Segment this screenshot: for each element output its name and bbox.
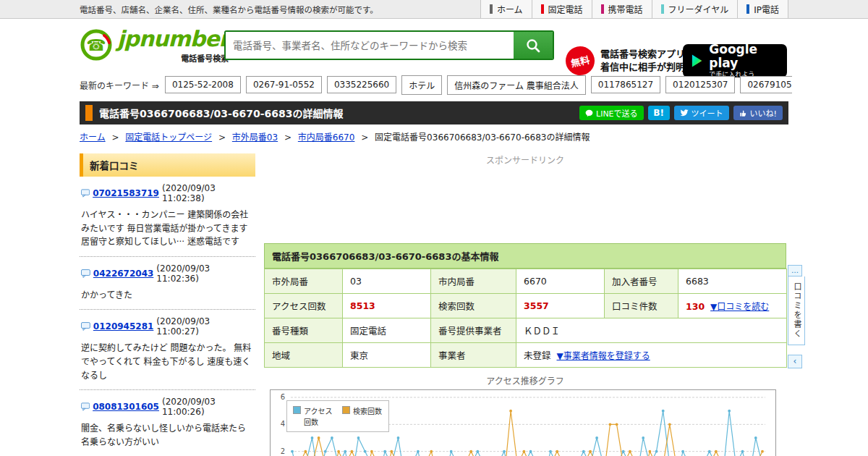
search-box xyxy=(224,30,554,60)
main-content: スポンサードリンク 電話番号0366706683/03-6670-6683の基本… xyxy=(264,153,786,456)
legend-label-search: 検索回数 xyxy=(353,405,382,416)
table-row: 番号種類 固定電話 番号提供事業者 ＫＤＤＩ xyxy=(265,318,787,343)
hatena-label: B! xyxy=(653,108,664,118)
nav-item-tollfree[interactable]: フリーダイヤル xyxy=(652,0,738,18)
nav-item-ipphone[interactable]: IP電話 xyxy=(737,0,788,18)
review-head: 07021583719(2020/09/03 11:02:38) xyxy=(81,183,254,203)
keyword-link[interactable]: 0117865127 xyxy=(591,76,660,93)
google-play-name: Google play xyxy=(709,43,778,69)
nav-item-mobile[interactable]: 携帯電話 xyxy=(592,0,652,18)
keyword-link[interactable]: 0267-91-0552 xyxy=(246,76,322,93)
site-header: ☎ jpnumber 電話番号検索 無料 電話番号検索アプリ 着信中に相手が判明 xyxy=(0,20,868,72)
social-buttons: LINEで送る B! ツイート いいね! xyxy=(579,106,783,120)
google-play-badge[interactable]: Google play で手に入れよう xyxy=(683,44,787,77)
value-search-count: 3557 xyxy=(524,300,549,311)
review-phone-link[interactable]: 0120945281 xyxy=(93,321,154,332)
value-number-type: 固定電話 xyxy=(343,318,431,343)
nav-marker-ipphone xyxy=(746,4,749,14)
review-phone-link[interactable]: 0422672043 xyxy=(93,269,154,279)
basic-info-table: 市外局番 03 市内局番 6670 加入者番号 6683 アクセス回数 8513… xyxy=(264,269,787,368)
nav-marker-tollfree xyxy=(661,4,664,14)
label-review-count: 口コミ件数 xyxy=(605,294,678,318)
value-area-code: 03 xyxy=(343,269,431,294)
title-accent-mark xyxy=(85,105,93,121)
search-button[interactable] xyxy=(514,32,553,59)
search-input[interactable] xyxy=(226,32,514,59)
breadcrumb-landline-top[interactable]: 固定電話トップページ xyxy=(125,132,212,143)
nav-label-home: ホーム xyxy=(497,3,523,15)
register-business-link[interactable]: ▼事業者情報を登録する xyxy=(557,351,650,361)
keyword-link[interactable]: 0125-52-2008 xyxy=(165,76,241,93)
table-row: アクセス回数 8513 検索回数 3557 口コミ件数 130 ▼口コミを読む xyxy=(265,294,787,318)
tweet-button[interactable]: ツイート xyxy=(674,106,729,120)
nav-label-ipphone: IP電話 xyxy=(754,3,779,15)
label-area-code: 市外局番 xyxy=(265,269,343,294)
keyword-link[interactable]: 信州森のファーム 農事組合法人 xyxy=(447,75,585,95)
review-phone-link[interactable]: 08081301605 xyxy=(93,402,159,412)
chart-y-tick: 6 xyxy=(273,393,285,401)
read-reviews-link[interactable]: ▼口コミを読む xyxy=(710,302,769,312)
legend-swatch-search xyxy=(342,406,350,414)
breadcrumb: ホーム > 固定電話トップページ > 市外局番03 > 市内局番6670 > 固… xyxy=(80,130,792,143)
value-region: 東京 xyxy=(343,343,431,368)
basic-info-header: 電話番号0366706683/03-6670-6683の基本情報 xyxy=(264,243,786,269)
chart-y-tick: 2 xyxy=(273,447,285,455)
review-body: かかってきた xyxy=(81,289,254,303)
collapse-chevron-icon[interactable]: ‹ xyxy=(788,355,802,368)
sponsored-label: スポンサードリンク xyxy=(264,153,786,166)
review-time: (2020/09/03 11:00:27) xyxy=(156,316,254,337)
review-item: 08081301605(2020/09/03 11:00:26) 闇金、名乗らな… xyxy=(80,390,255,456)
breadcrumb-city-code[interactable]: 市内局番6670 xyxy=(298,132,355,143)
value-city-code: 6670 xyxy=(516,269,605,294)
app-promo-line2: 着信中に相手が判明 xyxy=(600,61,685,74)
value-carrier: ＫＤＤＩ xyxy=(516,318,787,343)
keyword-link[interactable]: 0267910552 xyxy=(740,76,792,93)
review-body: 逆に契約してみたけど 問題なかった。 無料でやってくれて 料金も下がるし 速度も… xyxy=(81,342,254,382)
page-title-bar: 電話番号0366706683/03-6670-6683の詳細情報 LINEで送る… xyxy=(80,101,788,124)
breadcrumb-area-code[interactable]: 市外局番03 xyxy=(232,132,278,143)
chart-y-tick: 4 xyxy=(273,420,285,428)
facebook-like-button[interactable]: いいね! xyxy=(733,106,783,120)
review-item: 0422672043(2020/09/03 11:02:36) かかってきた xyxy=(80,257,255,311)
speech-bubble-icon xyxy=(81,402,90,411)
value-subscriber-number: 6683 xyxy=(678,269,787,294)
sidebar-new-reviews: 新着口コミ 07021583719(2020/09/03 11:02:38) ハ… xyxy=(80,153,255,456)
logo-text: jpnumber 電話番号検索 xyxy=(117,28,229,64)
write-review-button[interactable]: 口コミを書く xyxy=(788,276,805,345)
facebook-like-label: いいね! xyxy=(750,107,777,119)
nav-item-landline[interactable]: 固定電話 xyxy=(532,0,592,18)
phone-logo-icon: ☎ xyxy=(80,28,113,62)
line-share-button[interactable]: LINEで送る xyxy=(579,106,644,120)
nav-item-home[interactable]: ホーム xyxy=(480,0,532,18)
keyword-link[interactable]: 0120125307 xyxy=(665,76,735,93)
legend-label-access: アクセス回数 xyxy=(304,405,333,427)
site-logo[interactable]: ☎ jpnumber 電話番号検索 xyxy=(80,28,229,64)
review-time: (2020/09/03 11:02:36) xyxy=(156,263,254,284)
top-nav: ホーム 固定電話 携帯電話 フリーダイヤル IP電話 xyxy=(480,0,788,18)
nav-marker-home xyxy=(490,4,493,14)
dots-icon[interactable]: … xyxy=(788,265,802,276)
review-head: 08081301605(2020/09/03 11:00:26) xyxy=(81,397,254,417)
free-badge: 無料 xyxy=(563,43,597,77)
speech-bubble-icon xyxy=(81,269,90,278)
label-subscriber-number: 加入者番号 xyxy=(605,269,678,294)
line-icon xyxy=(585,109,593,117)
nav-marker-landline xyxy=(541,4,544,14)
review-head: 0120945281(2020/09/03 11:00:27) xyxy=(81,316,254,337)
nav-marker-mobile xyxy=(601,4,604,14)
breadcrumb-current: 固定電話番号0366706683/03-6670-6683の詳細情報 xyxy=(375,132,590,143)
nav-label-mobile: 携帯電話 xyxy=(608,3,643,15)
top-bar: 電話番号、店舗名、企業名、住所、業種名から電話番号情報の検索が可能です。 ホーム… xyxy=(0,0,868,19)
legend-swatch-access xyxy=(293,406,301,414)
legend-item-search: 検索回数 xyxy=(342,405,383,427)
keyword-link[interactable]: ホテル xyxy=(401,75,442,95)
breadcrumb-separator: > xyxy=(218,132,226,143)
review-body: ハイヤス・・・カンパニー 建築関係の会社みたいです 毎日営業電話が掛かってきます… xyxy=(81,208,254,249)
page-title: 電話番号0366706683/03-6670-6683の詳細情報 xyxy=(99,106,579,120)
tweet-label: ツイート xyxy=(692,107,723,119)
breadcrumb-home[interactable]: ホーム xyxy=(80,132,106,143)
hatena-bookmark-button[interactable]: B! xyxy=(648,106,670,120)
value-review-count: 130 xyxy=(686,301,705,312)
review-phone-link[interactable]: 07021583719 xyxy=(93,188,159,198)
keyword-link[interactable]: 0335225660 xyxy=(327,76,396,93)
